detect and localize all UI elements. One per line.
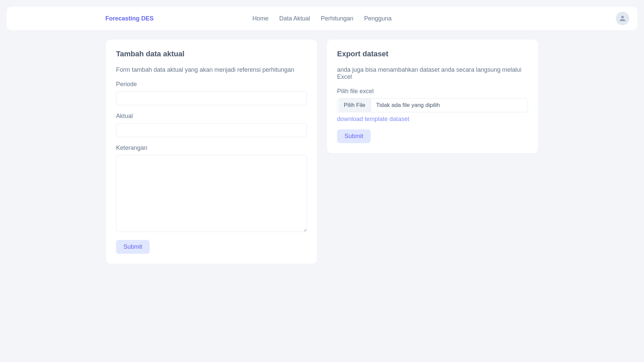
keterangan-label: Keterangan — [116, 144, 307, 152]
export-title: Export dataset — [337, 50, 528, 58]
main-nav: Home Data Aktual Perhitungan Pengguna — [252, 15, 391, 22]
download-template-link[interactable]: download template dataset — [337, 116, 409, 123]
export-submit-button[interactable]: Submit — [337, 129, 371, 143]
periode-input[interactable] — [116, 91, 307, 105]
nav-pengguna[interactable]: Pengguna — [364, 15, 392, 22]
topbar: Forecasting DES Home Data Aktual Perhitu… — [7, 7, 637, 30]
export-dataset-card: Export dataset anda juga bisa menambahka… — [327, 40, 538, 153]
nav-home[interactable]: Home — [252, 15, 268, 22]
main-content: Tambah data aktual Form tambah data aktu… — [0, 40, 644, 264]
add-data-desc: Form tambah data aktual yang akan menjad… — [116, 66, 307, 73]
brand-logo[interactable]: Forecasting DES — [105, 15, 154, 22]
user-avatar[interactable] — [616, 12, 629, 25]
add-data-card: Tambah data aktual Form tambah data aktu… — [106, 40, 317, 264]
aktual-input[interactable] — [116, 123, 307, 137]
choose-file-button[interactable]: Pilih File — [338, 99, 371, 112]
file-placeholder-text: Tidak ada file yang dipilih — [372, 102, 444, 109]
aktual-label: Aktual — [116, 113, 307, 120]
nav-data-aktual[interactable]: Data Aktual — [279, 15, 310, 22]
nav-perhitungan[interactable]: Perhitungan — [321, 15, 353, 22]
person-icon — [619, 14, 627, 22]
add-data-submit-button[interactable]: Submit — [116, 240, 150, 254]
file-label: Pilih file excel — [337, 88, 528, 95]
file-input-wrap: Pilih File Tidak ada file yang dipilih — [337, 98, 528, 112]
add-data-title: Tambah data aktual — [116, 50, 307, 58]
keterangan-textarea[interactable] — [116, 155, 307, 232]
periode-label: Periode — [116, 81, 307, 88]
export-desc: anda juga bisa menambahkan dataset anda … — [337, 66, 528, 80]
